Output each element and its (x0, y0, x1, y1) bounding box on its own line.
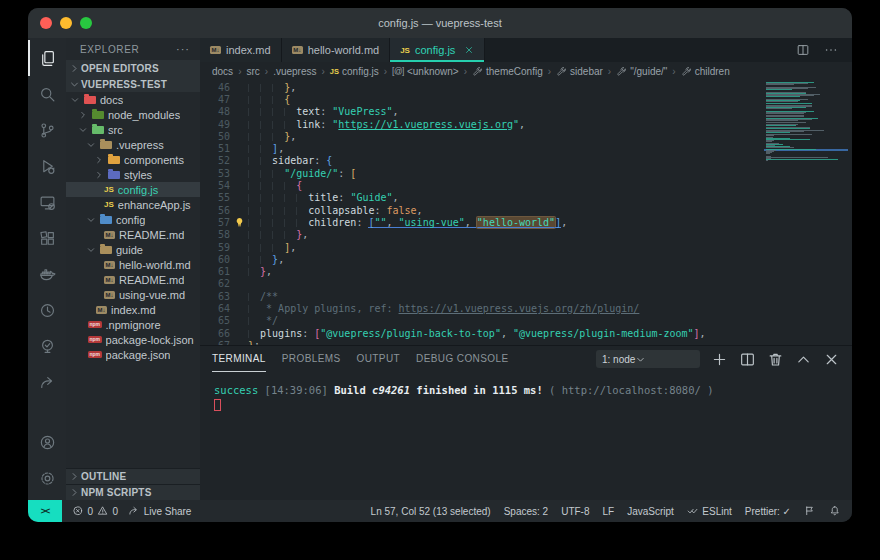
status-label: Spaces: 2 (504, 506, 548, 517)
maximize-window-button[interactable] (80, 17, 92, 29)
breadcrumb-item-.vuepress[interactable]: .vuepress (273, 66, 316, 77)
tree-item-label: docs (100, 94, 123, 106)
line-number: 48 (200, 106, 230, 117)
status-utf-8[interactable]: UTF-8 (561, 506, 589, 517)
code-text: * Apply plugins, ref: https://v1.vuepres… (248, 303, 639, 314)
status-prettier[interactable]: Prettier: ✓ (745, 506, 791, 517)
terminal-output[interactable]: success [14:39:06] Build c94261 finished… (200, 372, 852, 500)
minimize-window-button[interactable] (60, 17, 72, 29)
code-line-55: 55 title: "Guide", (200, 192, 760, 204)
js-file-icon: JS (104, 200, 114, 209)
breadcrumb-item-config.js[interactable]: JSconfig.js (330, 66, 379, 77)
breadcrumb-item-guide[interactable]: "/guide/" (616, 66, 667, 77)
tree-item-config[interactable]: config (66, 212, 200, 227)
panel-tab-problems[interactable]: PROBLEMS (282, 346, 341, 372)
code-text: */ (248, 315, 278, 326)
titlebar[interactable]: config.js — vuepress-test (28, 8, 852, 38)
trash-icon[interactable] (767, 351, 784, 368)
breadcrumb-separator: › (464, 66, 467, 77)
tab-hello-world.md[interactable]: M↓hello-world.md (282, 38, 391, 62)
activity-clock-icon[interactable] (28, 292, 66, 328)
code-text: /** (248, 291, 278, 302)
breadcrumb-item-docs[interactable]: docs (212, 66, 233, 77)
activity-source-control-icon[interactable] (28, 112, 66, 148)
activity-settings-icon[interactable] (28, 460, 66, 496)
activity-account-icon[interactable] (28, 424, 66, 460)
activity-explorer-icon[interactable] (28, 40, 66, 76)
tree-item-styles[interactable]: styles (66, 167, 200, 182)
line-number: 57 (200, 217, 230, 228)
tree-item-index.md[interactable]: M↓index.md (66, 302, 200, 317)
tab-label: config.js (415, 44, 455, 56)
panel-tab-output[interactable]: OUTPUT (357, 346, 401, 372)
chevron-up-icon[interactable] (795, 351, 812, 368)
tab-label: hello-world.md (308, 44, 380, 56)
status-feedback[interactable] (804, 505, 816, 517)
tree-item-.npmignore[interactable]: npm.npmignore (66, 317, 200, 332)
breadcrumb-item-sidebar[interactable]: sidebar (556, 66, 603, 77)
close-window-button[interactable] (40, 17, 52, 29)
activity-docker-icon[interactable] (28, 256, 66, 292)
activity-run-debug-icon[interactable] (28, 148, 66, 184)
lightbulb-icon[interactable] (230, 217, 248, 228)
section-npm-scripts[interactable]: NPM SCRIPTS (66, 484, 200, 500)
tab-index.md[interactable]: M↓index.md (200, 38, 282, 62)
activity-search-icon[interactable] (28, 76, 66, 112)
tree-item-node_modules[interactable]: node_modules (66, 107, 200, 122)
tree-item-enhanceApp.js[interactable]: JSenhanceApp.js (66, 197, 200, 212)
split-editor-icon[interactable] (796, 43, 810, 57)
tab-config.js[interactable]: JSconfig.js (390, 38, 485, 62)
activity-approvals-icon[interactable] (28, 328, 66, 364)
tree-item-label: node_modules (108, 109, 180, 121)
code-text: { (248, 94, 290, 105)
workspace-root-section[interactable]: VUEPRESS-TEST (66, 76, 200, 92)
plus-icon[interactable] (711, 351, 728, 368)
close-icon[interactable] (823, 351, 840, 368)
problems-status[interactable]: 0 0 (72, 505, 118, 517)
panel-tab-debug-console[interactable]: DEBUG CONSOLE (416, 346, 508, 372)
activity-live-share-icon[interactable] (28, 364, 66, 400)
wrench-icon (556, 66, 567, 77)
activity-extensions-icon[interactable] (28, 220, 66, 256)
tree-item-hello-world.md[interactable]: M↓hello-world.md (66, 257, 200, 272)
minimap[interactable] (766, 82, 846, 162)
open-editors-section[interactable]: OPEN EDITORS (66, 60, 200, 76)
breadcrumb-item-unknown[interactable]: [@]<unknown> (392, 66, 459, 77)
panel-tab-terminal[interactable]: TERMINAL (212, 346, 266, 372)
tree-item-components[interactable]: components (66, 152, 200, 167)
breadcrumb-item-children[interactable]: children (681, 66, 730, 77)
tree-item-.vuepress[interactable]: .vuepress (66, 137, 200, 152)
code-line-61: 61 }, (200, 265, 760, 277)
explorer-more-actions[interactable]: ··· (176, 43, 190, 55)
live-share-status[interactable]: Live Share (128, 505, 191, 517)
tree-item-package.json[interactable]: npmpackage.json (66, 347, 200, 362)
status-bell[interactable] (829, 505, 841, 517)
more-icon[interactable] (824, 43, 838, 57)
tree-item-guide[interactable]: guide (66, 242, 200, 257)
section-outline[interactable]: OUTLINE (66, 468, 200, 484)
activity-remote-explorer-icon[interactable] (28, 184, 66, 220)
terminal-select[interactable]: 1: node (596, 350, 700, 368)
tree-item-docs[interactable]: docs (66, 92, 200, 107)
tab-close-icon[interactable] (464, 45, 474, 55)
status-javascript[interactable]: JavaScript (627, 506, 674, 517)
tree-item-config.js[interactable]: JSconfig.js (66, 182, 200, 197)
tree-item-README.md[interactable]: M↓README.md (66, 272, 200, 287)
code-text: collapsable: false, (248, 205, 423, 216)
tree-item-using-vue.md[interactable]: M↓using-vue.md (66, 287, 200, 302)
tree-item-src[interactable]: src (66, 122, 200, 137)
status-lf[interactable]: LF (603, 506, 615, 517)
line-number: 49 (200, 119, 230, 130)
tree-item-README.md[interactable]: M↓README.md (66, 227, 200, 242)
split-icon[interactable] (739, 351, 756, 368)
breadcrumb-separator: › (384, 66, 387, 77)
breadcrumb-item-themeConfig[interactable]: themeConfig (472, 66, 543, 77)
status-ln-57-col-52-13-selected[interactable]: Ln 57, Col 52 (13 selected) (371, 506, 491, 517)
status-spaces-2[interactable]: Spaces: 2 (504, 506, 548, 517)
code-editor[interactable]: 46 },47 {48 text: "VuePress",49 link: "h… (200, 80, 852, 345)
breadcrumb-item-src[interactable]: src (246, 66, 259, 77)
remote-indicator[interactable]: >< (28, 500, 62, 522)
tree-item-package-lock.json[interactable]: npmpackage-lock.json (66, 332, 200, 347)
line-number: 62 (200, 278, 230, 289)
status-eslint[interactable]: ESLint (687, 505, 732, 517)
